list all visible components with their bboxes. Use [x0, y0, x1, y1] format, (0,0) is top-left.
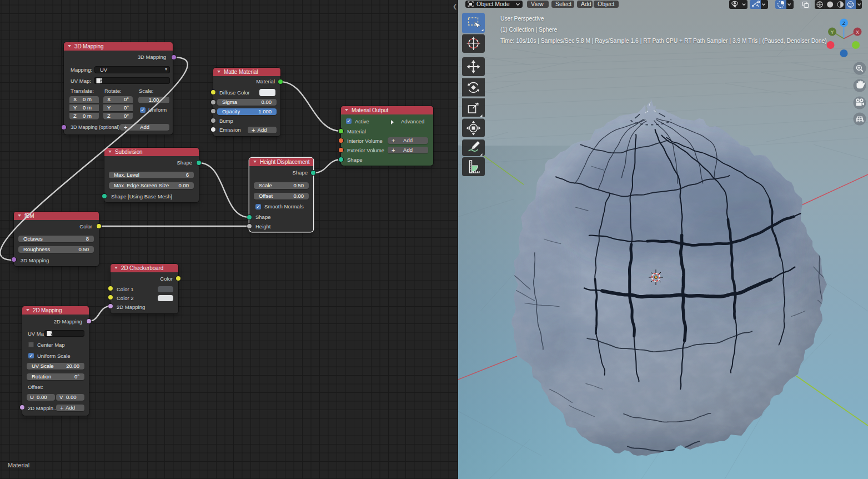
svg-text:X: X [856, 29, 859, 35]
svg-text:Z: Z [842, 21, 846, 26]
svg-text:Y: Y [830, 29, 834, 35]
